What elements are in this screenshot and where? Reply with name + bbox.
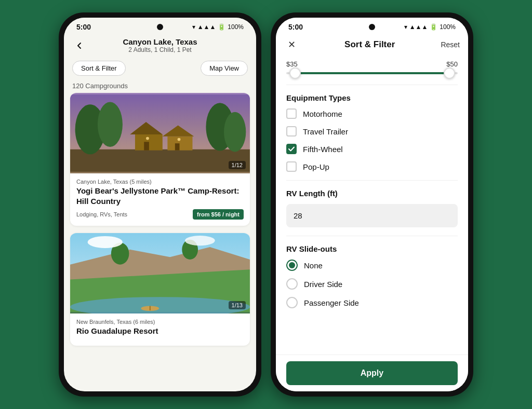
bottom-button-area: Apply [276, 355, 468, 391]
camp-name-2: Rio Guadalupe Resort [76, 326, 244, 336]
apply-button[interactable]: Apply [286, 361, 458, 385]
checkbox-popup[interactable]: Pop-Up [286, 161, 458, 172]
price-slider[interactable] [286, 72, 458, 74]
right-time: 5:00 [288, 23, 303, 31]
camp-location-2: New Braunfels, Texas (6 miles) [76, 319, 244, 325]
signal-icon: ▲▲▲ [197, 23, 216, 31]
left-time: 5:00 [76, 23, 91, 31]
close-button[interactable]: ✕ [284, 37, 299, 52]
checkbox-popup-label: Pop-Up [303, 162, 329, 171]
rv-slideouts-title: RV Slide-outs [286, 244, 458, 253]
camp-card-2[interactable]: 1/13 New Braunfels, Texas (6 miles) Rio … [70, 233, 250, 346]
filter-title: Sort & Filter [299, 39, 441, 50]
camp-info-2: New Braunfels, Texas (6 miles) Rio Guada… [70, 313, 250, 346]
camp-types-1: Lodging, RVs, Tents [76, 211, 127, 217]
equipment-title: Equipment Types [286, 93, 458, 102]
right-screen: 5:00 ▾ ▲▲▲ 🔋 100% ✕ Sort & Filter Reset [276, 18, 468, 391]
nav-subtitle: 2 Adults, 1 Child, 1 Pet [87, 46, 233, 53]
price-labels: $35 $50 [286, 60, 458, 68]
camp-card-1[interactable]: 1/12 Canyon Lake, Texas (5 miles) Yogi B… [70, 93, 250, 226]
left-phone: 5:00 ▾ ▲▲▲ 🔋 100% Canyon Lake, Texas [59, 12, 261, 397]
nav-info: Canyon Lake, Texas 2 Adults, 1 Child, 1 … [87, 37, 233, 53]
price-range-section: $35 $50 [286, 60, 458, 74]
camp-name-1: Yogi Bear's Jellystone Park™ Camp-Resort… [76, 186, 244, 206]
radio-driver-label: Driver Side [304, 280, 342, 289]
right-camera-dot [369, 24, 375, 30]
checkbox-fifth-wheel-box[interactable] [286, 144, 297, 154]
radio-none-label: None [304, 261, 323, 270]
rv-length-section: RV Length (ft) [286, 189, 458, 227]
map-view-button[interactable]: Map View [201, 61, 248, 76]
battery-icon: 🔋 [218, 23, 225, 31]
filter-content: $35 $50 Equipment Types Motorho [276, 56, 468, 355]
sort-filter-button[interactable]: Sort & Filter [72, 61, 126, 76]
checkbox-motorhome-label: Motorhome [303, 110, 342, 118]
svg-point-22 [88, 236, 123, 248]
svg-point-5 [224, 112, 246, 152]
checkbox-motorhome[interactable]: Motorhome [286, 108, 458, 119]
checkbox-travel-trailer-box[interactable] [286, 126, 297, 137]
right-battery-label: 100% [440, 23, 456, 31]
reset-button[interactable]: Reset [441, 40, 460, 49]
action-bar: Sort & Filter Map View [64, 57, 256, 80]
camp-image-1: 1/12 [70, 93, 250, 173]
right-status-icons: ▾ ▲▲▲ 🔋 100% [404, 23, 456, 31]
radio-driver-button[interactable] [286, 278, 298, 290]
slider-fill [295, 72, 449, 74]
radio-passenger-label: Passenger Side [304, 298, 359, 307]
svg-rect-1 [70, 149, 250, 172]
camp-location-1: Canyon Lake, Texas (5 miles) [76, 179, 244, 185]
price-max: $50 [446, 60, 458, 68]
radio-driver-side[interactable]: Driver Side [286, 278, 458, 290]
checkbox-fifth-wheel-label: Fifth-Wheel [303, 145, 343, 154]
camp-footer-1: Lodging, RVs, Tents from $56 / night [76, 209, 244, 220]
checkbox-popup-box[interactable] [286, 161, 297, 172]
battery-label: 100% [228, 23, 244, 31]
nav-bar: Canyon Lake, Texas 2 Adults, 1 Child, 1 … [64, 33, 256, 57]
campground-list: 1/12 Canyon Lake, Texas (5 miles) Yogi B… [64, 93, 256, 391]
radio-none[interactable]: None [286, 260, 458, 271]
image-counter-2: 1/13 [229, 301, 246, 309]
svg-point-12 [146, 137, 149, 140]
left-status-icons: ▾ ▲▲▲ 🔋 100% [192, 23, 244, 31]
back-button[interactable] [72, 38, 87, 53]
svg-rect-11 [175, 143, 180, 150]
slider-thumb-right[interactable] [444, 67, 455, 79]
divider-1 [286, 85, 458, 85]
slider-thumb-left[interactable] [289, 67, 301, 79]
checkbox-travel-trailer-label: Travel Trailer [303, 127, 348, 136]
camera-dot [157, 24, 163, 30]
wifi-icon: ▾ [192, 23, 195, 31]
svg-rect-8 [144, 142, 149, 150]
price-min: $35 [286, 60, 298, 68]
price-badge-1: from $56 / night [193, 209, 244, 220]
left-screen: 5:00 ▾ ▲▲▲ 🔋 100% Canyon Lake, Texas [64, 18, 256, 391]
right-wifi-icon: ▾ [404, 23, 407, 31]
equipment-section: Equipment Types Motorhome Travel Trailer [286, 93, 458, 172]
svg-point-13 [178, 138, 181, 141]
radio-none-button[interactable] [286, 260, 298, 271]
camp-info-1: Canyon Lake, Texas (5 miles) Yogi Bear's… [70, 173, 250, 226]
checkbox-travel-trailer[interactable]: Travel Trailer [286, 126, 458, 137]
right-phone: 5:00 ▾ ▲▲▲ 🔋 100% ✕ Sort & Filter Reset [271, 12, 473, 397]
nav-title: Canyon Lake, Texas [87, 37, 233, 46]
svg-point-3 [98, 102, 123, 146]
svg-point-23 [185, 236, 215, 246]
rv-length-title: RV Length (ft) [286, 189, 458, 198]
checkbox-fifth-wheel[interactable]: Fifth-Wheel [286, 144, 458, 154]
radio-none-inner [289, 262, 295, 268]
radio-passenger-side[interactable]: Passenger Side [286, 297, 458, 308]
app-container: 5:00 ▾ ▲▲▲ 🔋 100% Canyon Lake, Texas [48, 2, 484, 407]
right-battery-icon: 🔋 [430, 23, 437, 31]
divider-3 [286, 236, 458, 236]
checkbox-motorhome-box[interactable] [286, 108, 297, 119]
right-signal-icon: ▲▲▲ [409, 23, 428, 31]
divider-2 [286, 180, 458, 181]
rv-length-input[interactable] [286, 204, 458, 227]
radio-passenger-button[interactable] [286, 297, 298, 308]
campground-count: 120 Campgrounds [64, 80, 256, 93]
filter-header: ✕ Sort & Filter Reset [276, 33, 468, 56]
camp-image-2: 1/13 [70, 233, 250, 313]
image-counter-1: 1/12 [229, 161, 246, 169]
rv-slideouts-section: RV Slide-outs None Driver Side Passenger [286, 244, 458, 308]
